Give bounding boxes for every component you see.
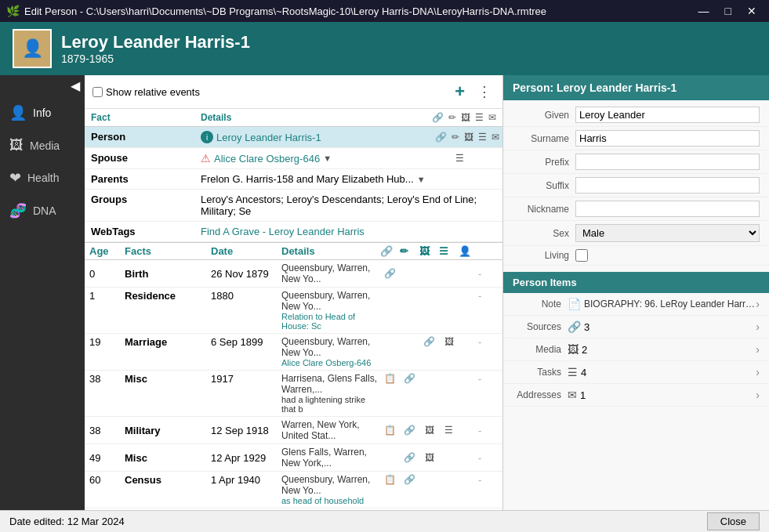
person-mail-btn[interactable]: ✉ [492, 132, 499, 143]
tasks-arrow-icon: › [756, 366, 760, 378]
show-relative-events-label[interactable]: Show relative events [92, 86, 200, 98]
sex-select[interactable]: Male Female Unknown [575, 224, 760, 242]
person-name: Leroy Leander Harris-1 [61, 32, 250, 52]
fact-row-parents[interactable]: Parents Frelon G. Harris-158 and Mary El… [85, 169, 502, 190]
menu-button[interactable]: ⋮ [474, 80, 495, 103]
field-row-surname: Surname [503, 127, 769, 150]
date-edited: Date edited: 12 Mar 2024 [9, 516, 125, 527]
nickname-input[interactable] [575, 201, 760, 217]
spouse-value-text: Alice Clare Osberg-646 [214, 153, 320, 165]
person-items-header: Person Items [503, 272, 769, 293]
sidebar-item-info[interactable]: 👤 Info [0, 96, 85, 129]
table-row[interactable]: 0 Birth 26 Nov 1879 Queensbury, Warren, … [85, 260, 502, 288]
field-row-sex: Sex Male Female Unknown [503, 221, 769, 246]
inner-col-i2: ✏ [400, 245, 419, 257]
table-row[interactable]: 1 Residence 1880 Queensbury, Warren, New… [85, 288, 502, 334]
marriage-img-btn[interactable]: 🖼 [439, 336, 459, 347]
misc1-link-btn[interactable]: 🔗 [400, 373, 419, 384]
person-item-note[interactable]: Note 📄 BIOGRAPHY: 96. LeRoy Leander Harr… [503, 293, 769, 316]
col-details: Details [201, 112, 386, 123]
prefix-input[interactable] [575, 154, 760, 170]
person-item-media[interactable]: Media 🖼 2 › [503, 338, 769, 361]
inner-col-date: Date [211, 245, 281, 257]
dna-icon: 🧬 [9, 202, 27, 219]
field-label-surname: Surname [513, 133, 575, 144]
fact-row-webtags[interactable]: WebTags Find A Grave - Leroy Leander Har… [85, 222, 502, 242]
fact-row-spouse[interactable]: Spouse ⚠ Alice Clare Osberg-646 ▼ ☰ [85, 148, 502, 169]
close-button[interactable]: Close [707, 512, 760, 530]
living-checkbox[interactable] [575, 249, 588, 262]
col-list-icon[interactable]: ☰ [475, 112, 484, 123]
addresses-arrow-icon: › [756, 389, 760, 401]
health-icon: ❤ [9, 169, 21, 186]
sidebar-item-dna[interactable]: 🧬 DNA [0, 194, 85, 227]
col-mail-icon[interactable]: ✉ [488, 112, 496, 123]
census-clip-btn[interactable]: 📋 [380, 474, 400, 485]
mil-img-btn[interactable]: 🖼 [419, 425, 439, 436]
misc1-clip-btn[interactable]: 📋 [380, 373, 400, 384]
sidebar-label-dna: DNA [33, 204, 56, 217]
surname-input[interactable] [575, 130, 760, 147]
given-input[interactable] [575, 107, 760, 123]
person-item-addresses[interactable]: Addresses ✉ 1 › [503, 384, 769, 407]
sources-arrow-icon: › [756, 320, 760, 333]
note-arrow-icon: › [756, 298, 760, 310]
misc2-link-btn[interactable]: 🔗 [400, 452, 419, 463]
inner-col-age: Age [89, 245, 125, 257]
title-bar-text: Edit Person - C:\Users\harri\Documents\~… [24, 5, 546, 17]
facts-table: 0 Birth 26 Nov 1879 Queensbury, Warren, … [85, 260, 502, 510]
marriage-link-btn[interactable]: 🔗 [419, 336, 439, 347]
spouse-dropdown-icon[interactable]: ▼ [323, 154, 332, 163]
person-photo-btn[interactable]: 🖼 [464, 132, 473, 143]
fact-row-person[interactable]: Person i Leroy Leander Harris-1 🔗 ✏ 🖼 ☰ … [85, 127, 502, 148]
add-button[interactable]: + [452, 80, 468, 103]
right-panel-header: Person: Leroy Leander Harris-1 [503, 75, 769, 100]
table-row[interactable]: 70 Misc 1 Jul 1950 Glens Falls, Warren, … [85, 508, 502, 510]
sidebar-item-media[interactable]: 🖼 Media [0, 129, 85, 161]
birth-link-btn[interactable]: 🔗 [380, 268, 400, 279]
fact-label-webtags: WebTags [85, 222, 194, 241]
parents-dropdown-icon[interactable]: ▼ [417, 175, 426, 184]
field-label-prefix: Prefix [513, 157, 575, 168]
fact-value-spouse: ⚠ Alice Clare Osberg-646 ▼ [194, 148, 455, 168]
suffix-input[interactable] [575, 177, 760, 194]
sidebar-item-health[interactable]: ❤ Health [0, 161, 85, 194]
col-edit-icon[interactable]: ✏ [448, 112, 456, 123]
person-item-sources[interactable]: Sources 🔗 3 › [503, 316, 769, 338]
table-row[interactable]: 38 Misc 1917 Harrisena, Glens Falls, War… [85, 371, 502, 417]
minimize-button[interactable]: — [692, 3, 716, 19]
census-link-btn[interactable]: 🔗 [400, 474, 419, 485]
mil-list-btn[interactable]: ☰ [439, 425, 459, 436]
person-item-tasks[interactable]: Tasks ☰ 4 › [503, 361, 769, 384]
field-row-nickname: Nickname [503, 197, 769, 221]
spouse-list-btn[interactable]: ☰ [455, 153, 464, 164]
table-row[interactable]: 49 Misc 12 Apr 1929 Glens Falls, Warren,… [85, 444, 502, 472]
addresses-icon: ✉ [568, 389, 577, 401]
alert-icon: ⚠ [201, 152, 211, 165]
mil-clip-btn[interactable]: 📋 [380, 425, 400, 436]
col-photo-icon[interactable]: 🖼 [461, 112, 470, 123]
field-row-suffix: Suffix [503, 174, 769, 197]
person-edit-btn[interactable]: ✏ [452, 132, 459, 143]
col-link-icon[interactable]: 🔗 [432, 112, 444, 123]
fact-row-groups[interactable]: Groups Leroy's Ancestors; Leroy's Descen… [85, 190, 502, 222]
mil-link-btn[interactable]: 🔗 [400, 425, 419, 436]
field-label-nickname: Nickname [513, 204, 575, 215]
fact-value-webtags: Find A Grave - Leroy Leander Harris [194, 222, 502, 241]
table-row[interactable]: 38 Military 12 Sep 1918 Warren, New York… [85, 417, 502, 444]
media-item-icon: 🖼 [568, 343, 579, 356]
maximize-button[interactable]: □ [719, 3, 738, 19]
close-window-button[interactable]: ✕ [741, 3, 763, 19]
media-arrow-icon: › [756, 343, 760, 356]
field-label-given: Given [513, 110, 575, 121]
person-dates: 1879-1965 [61, 52, 250, 65]
sidebar-collapse-button[interactable]: ◀ [71, 78, 80, 93]
person-list-btn[interactable]: ☰ [478, 132, 487, 143]
misc2-img-btn[interactable]: 🖼 [419, 452, 439, 463]
person-link-btn[interactable]: 🔗 [435, 132, 447, 143]
table-row[interactable]: 19 Marriage 6 Sep 1899 Queensbury, Warre… [85, 334, 502, 371]
inner-col-i6 [478, 245, 498, 257]
field-row-given: Given [503, 103, 769, 127]
table-row[interactable]: 60 Census 1 Apr 1940 Queensbury, Warren,… [85, 472, 502, 508]
show-relative-events-checkbox[interactable] [92, 87, 103, 97]
